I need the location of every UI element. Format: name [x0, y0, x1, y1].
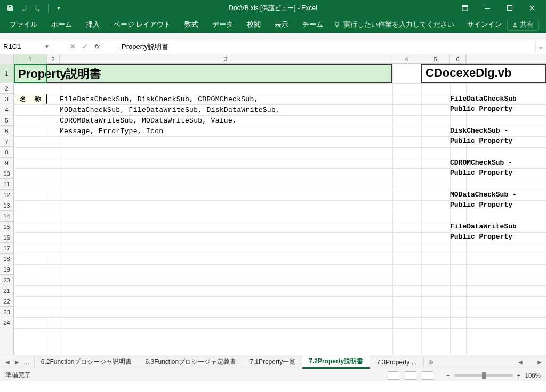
row-header[interactable]: 12 [0, 190, 13, 200]
tab-team[interactable]: チーム [296, 17, 330, 32]
row-header[interactable]: 21 [0, 285, 13, 296]
right-panel-cell[interactable]: Public Property [450, 232, 546, 243]
right-panel-cell[interactable]: FileDataWriteSub [450, 222, 546, 232]
tab-file[interactable]: ファイル [3, 17, 44, 32]
right-panel-cell[interactable]: FileDataCheckSub [450, 94, 546, 104]
col-header[interactable]: 6 [450, 54, 466, 64]
row-headers: 123456789101112131415161718192021222324 [0, 64, 14, 355]
right-panel-cell[interactable]: CDROMCheckSub - [450, 158, 546, 168]
redo-icon[interactable] [32, 2, 44, 14]
col-header[interactable]: 1 [14, 54, 47, 64]
minimize-icon[interactable] [481, 2, 494, 14]
right-panel-cell[interactable]: DiskCheckSub - [450, 126, 546, 136]
row-header[interactable]: 18 [0, 254, 13, 264]
row-header[interactable]: 19 [0, 264, 13, 275]
zoom-out-icon[interactable]: − [446, 372, 450, 379]
row-header[interactable]: 9 [0, 158, 13, 168]
body-line[interactable]: MODataCheckSub, FileDataWriteSub, DiskDa… [60, 104, 392, 115]
name-box-input[interactable] [3, 43, 41, 51]
sheet-title-cell[interactable]: Property説明書 [14, 64, 392, 83]
view-switcher: − + 100% [388, 371, 541, 380]
right-panel-cell[interactable]: Public Property [450, 200, 546, 211]
hscroll-left-icon[interactable]: ◄ [517, 358, 524, 366]
select-all-corner[interactable] [0, 54, 14, 64]
row-header[interactable]: 1 [0, 64, 13, 83]
sheet-tab[interactable]: 7.2Property説明書 [302, 355, 370, 369]
view-pagebreak-icon[interactable] [422, 371, 433, 380]
row-header[interactable]: 10 [0, 168, 13, 179]
row-header[interactable]: 13 [0, 200, 13, 211]
row-header[interactable]: 23 [0, 307, 13, 317]
tab-formulas[interactable]: 数式 [178, 17, 205, 32]
right-panel-cell[interactable]: Public Property [450, 168, 546, 179]
formula-input[interactable] [122, 43, 531, 51]
fx-icon[interactable]: fx [94, 43, 100, 51]
col-header[interactable]: 2 [47, 54, 60, 64]
view-pagelayout-icon[interactable] [405, 371, 416, 380]
name-header-cell[interactable]: 名 称 [14, 94, 47, 104]
tell-me-search[interactable]: 実行したい作業を入力してください [334, 20, 454, 29]
row-header[interactable]: 14 [0, 211, 13, 222]
signin-link[interactable]: サインイン [467, 20, 502, 29]
zoom-in-icon[interactable]: + [517, 372, 521, 379]
row-header[interactable]: 22 [0, 296, 13, 307]
col-header[interactable]: 4 [392, 54, 421, 64]
view-normal-icon[interactable] [388, 371, 399, 380]
col-header[interactable]: 3 [60, 54, 392, 64]
right-panel-cell[interactable]: MODataCheckSub - [450, 190, 546, 200]
cancel-icon[interactable]: ✕ [70, 43, 76, 51]
save-icon[interactable] [4, 2, 16, 14]
row-header[interactable]: 11 [0, 179, 13, 190]
side-title-cell[interactable]: CDocexeDlg.vb [421, 64, 546, 83]
sheet-next-icon[interactable]: ► [14, 358, 20, 366]
col-header[interactable]: 5 [421, 54, 450, 64]
tab-layout[interactable]: ページ レイアウト [107, 17, 177, 32]
body-line[interactable]: FileDataCheckSub, DiskCheckSub, CDROMChe… [60, 94, 392, 104]
sheet-tab[interactable]: 6.3Functionプロシージャ定義書 [139, 355, 244, 369]
undo-icon[interactable] [18, 2, 30, 14]
cells-layer[interactable]: Property説明書 CDocexeDlg.vb 名 称 FileDataCh… [14, 64, 546, 355]
close-icon[interactable] [526, 2, 539, 14]
hscroll-right-icon[interactable]: ► [536, 358, 543, 366]
right-panel-cell[interactable]: Public Property [450, 104, 546, 115]
row-header[interactable]: 6 [0, 126, 13, 136]
tab-home[interactable]: ホーム [45, 17, 78, 32]
formula-expand-icon[interactable]: ⌄ [535, 39, 546, 54]
sheet-tab[interactable]: 7.1Property一覧 [243, 355, 302, 369]
zoom-slider[interactable] [454, 374, 513, 377]
row-header[interactable]: 2 [0, 83, 13, 94]
qat-dropdown-icon[interactable]: ▼ [53, 2, 65, 14]
right-panel-cell[interactable]: Public Property [450, 136, 546, 147]
new-sheet-button[interactable]: ⊕ [424, 355, 438, 369]
row-header[interactable]: 8 [0, 147, 13, 158]
sheet-tab[interactable]: 6.2Functionプロシージャ説明書 [35, 355, 139, 369]
row-header[interactable]: 3 [0, 94, 13, 104]
sheet-tab[interactable]: 7.3Property ... [370, 355, 423, 369]
row-header[interactable]: 17 [0, 243, 13, 254]
share-button[interactable]: 共有 [507, 19, 539, 31]
namebox-dropdown-icon[interactable]: ▼ [44, 44, 50, 50]
name-box[interactable]: ▼ [0, 39, 53, 54]
row-header[interactable]: 20 [0, 275, 13, 285]
tab-insert[interactable]: 挿入 [79, 17, 106, 32]
enter-icon[interactable]: ✓ [82, 43, 88, 51]
row-header[interactable]: 24 [0, 317, 13, 328]
tab-review[interactable]: 校閲 [240, 17, 267, 32]
row-header[interactable]: 7 [0, 136, 13, 147]
worksheet-grid[interactable]: 123456 123456789101112131415161718192021… [0, 54, 546, 355]
tab-view[interactable]: 表示 [268, 17, 295, 32]
body-line[interactable]: Message, ErrorType, Icon [60, 126, 392, 136]
row-header[interactable]: 4 [0, 104, 13, 115]
body-line[interactable]: CDROMDataWriteSub, MODataWriteSub, Value… [60, 115, 392, 126]
tab-data[interactable]: データ [206, 17, 239, 32]
row-header[interactable]: 15 [0, 222, 13, 232]
sheet-prev-icon[interactable]: ◄ [4, 358, 11, 366]
ribbon-options-icon[interactable] [459, 2, 471, 14]
row-header[interactable]: 16 [0, 232, 13, 243]
row-header[interactable]: 5 [0, 115, 13, 126]
zoom-thumb[interactable] [482, 372, 486, 379]
sheet-more-icon[interactable]: … [23, 358, 30, 366]
maximize-icon[interactable] [503, 2, 516, 14]
hscroll-buttons[interactable]: ◄ ► [514, 355, 546, 369]
svg-rect-3 [508, 6, 512, 11]
